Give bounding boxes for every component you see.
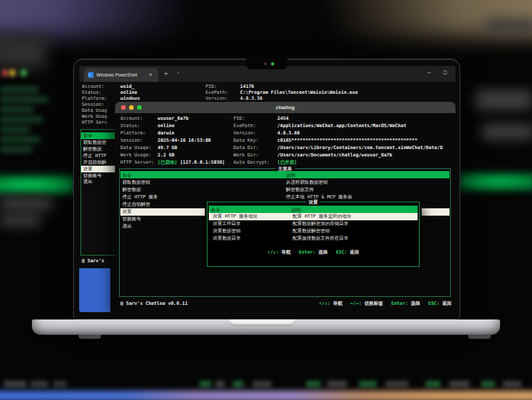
- status-badge: [已开启]: [277, 159, 452, 166]
- bg-blur-block: [0, 197, 52, 210]
- bg-text-fragment: [450, 381, 469, 387]
- bg-text-row: [0, 126, 29, 132]
- bg-text-row: [0, 97, 48, 102]
- app-version-text: @ Sarv's Chatloa v0.0.11: [120, 300, 188, 307]
- bg-text-row: [0, 136, 40, 142]
- status-bar: @ Sarv's Chatloa v0.0.11 ↑/↓: 导航 ←/→: 切换…: [115, 300, 456, 309]
- bg-green-band-left: [0, 176, 76, 194]
- ps-info-row: Version:4.0.3.36: [205, 96, 228, 102]
- settings-dialog: 设置 命令 说明 设置 HTTP 服务地址配置 HTTP 服务监听的地址 设置工…: [207, 202, 420, 267]
- ps-info-row: PID:14176: [205, 84, 217, 90]
- ps-footer-text: @ Sarv's: [82, 258, 104, 264]
- settings-header: 命令 说明: [209, 206, 418, 213]
- bg-text-fragment: [426, 381, 440, 387]
- bg-text-fragment: [53, 381, 66, 387]
- bg-traffic-green: [20, 69, 27, 77]
- powershell-tab[interactable]: >_ Windows PowerShell ×: [84, 68, 158, 82]
- ps-info-row: Data Usag: [82, 108, 107, 114]
- menu-item[interactable]: 停止 HTTP 服务停止本地 HTTP & MCP 服务器: [120, 194, 450, 201]
- bg-text-fragment: [215, 381, 225, 387]
- info-row: Platform:darwin Version:4.0.3.80: [120, 130, 146, 136]
- bg-traffic-red: [1, 69, 9, 77]
- ps-blue-block: [79, 268, 110, 312]
- camera-indicator-light: [271, 63, 274, 65]
- laptop-lid-notch: [228, 319, 296, 326]
- ps-info-row: Status:online: [82, 90, 102, 96]
- laptop-foot: [468, 335, 491, 339]
- ps-info-row: ExePath:C:\Program Files\Tencent\Weixin\…: [205, 90, 228, 96]
- camera-notch: [246, 59, 287, 69]
- info-row: Account:wxuser_8a7b PID:2454: [120, 115, 143, 122]
- info-row: Work Usage:2.2 GB Work Dir:/Users/sarv/D…: [120, 152, 151, 158]
- bg-text-fragment: [306, 381, 321, 387]
- tab-dropdown-icon[interactable]: ˅: [177, 71, 180, 76]
- bg-text-fragment: [233, 381, 243, 387]
- maximize-icon[interactable]: □: [444, 69, 447, 75]
- powershell-icon: >_: [88, 72, 94, 78]
- settings-dialog-title: 设置: [306, 199, 321, 206]
- bg-text-row: [0, 87, 39, 93]
- chatlog-window: chatlog Account:wxuser_8a7b PID:2454 Sta…: [115, 102, 456, 312]
- laptop-foot: [78, 335, 101, 339]
- bg-text-fragment: [481, 381, 495, 387]
- ps-info-row: Work Usag: [82, 114, 107, 120]
- window-title: chatlog: [115, 104, 456, 110]
- bg-text-fragment: [503, 381, 521, 387]
- bg-blurred-window: [0, 35, 47, 68]
- bg-text-fragment: [359, 381, 376, 387]
- menu-item[interactable]: 解密数据解密数据文件: [120, 186, 450, 194]
- screen-display: >_ Windows PowerShell × + ˅ — □ Account:…: [79, 66, 456, 312]
- info-row: Data Usage:49.7 GB Data Dir:/Users/sarv/…: [120, 144, 151, 151]
- bg-gradient-purple: [0, 0, 246, 37]
- bg-text-fragment: [327, 381, 347, 387]
- bg-blur-block: [485, 19, 532, 33]
- menu-item[interactable]: 设置工作目录配置数据解密后的存储目录: [209, 220, 418, 228]
- bg-text-row: [0, 116, 43, 122]
- chatlog-titlebar[interactable]: chatlog: [115, 102, 456, 113]
- laptop-screen: >_ Windows PowerShell × + ˅ — □ Account:…: [73, 59, 460, 319]
- info-row-http: HTTP Server: [已启动] [127.0.0.1:5030] Auto…: [120, 159, 154, 166]
- camera-icon: [264, 63, 267, 65]
- menu-item[interactable]: 获取数据密钥从进程获取数据密钥: [120, 179, 450, 186]
- bg-traffic-yellow: [9, 69, 16, 77]
- bg-text-fragment: [200, 381, 211, 387]
- status-help-bar: ↑/↓: 导航 ←/→: 切换标签 Enter: 选择 ESC: 返回: [319, 300, 452, 307]
- bg-text-fragment: [253, 381, 271, 387]
- status-badge: [已启动]: [158, 160, 177, 165]
- dialog-help-bar: ↑/↓: 导航 Enter: 选择 ESC: 返回: [207, 249, 419, 256]
- bg-text-fragment: [31, 381, 48, 387]
- powershell-tab-title: Windows PowerShell: [96, 73, 137, 77]
- bg-blur-block: [0, 214, 40, 226]
- bg-green-band-right: [458, 173, 532, 190]
- minimize-icon[interactable]: —: [428, 70, 431, 76]
- tab-close-icon[interactable]: ×: [149, 72, 152, 78]
- bg-text-row: [0, 106, 33, 112]
- bg-blur-block: [482, 124, 532, 140]
- ps-info-row: Platform:windows: [82, 96, 107, 102]
- info-row: Status:online ExePath:/Applications/WeCh…: [120, 122, 140, 129]
- menu-item[interactable]: 设置数据目录配置微信数据文件所在目录: [209, 235, 418, 242]
- bg-text-fragment: [4, 381, 27, 387]
- bg-blur-block: [475, 90, 532, 110]
- bg-text-fragment: [386, 381, 408, 387]
- main-menu-header: 命令 说明: [120, 171, 450, 178]
- ps-info-row: Session:: [82, 102, 104, 108]
- info-row: Session:2025-04-16 16:53:00 Data Key:c01…: [120, 137, 143, 144]
- ps-info-row: HTTP Serv: [82, 120, 107, 126]
- menu-item[interactable]: 设置数据密钥配置数据解密密钥: [209, 228, 418, 235]
- new-tab-icon[interactable]: +: [164, 70, 168, 77]
- bg-gradient-tan: [286, 0, 532, 37]
- bg-text-row: [0, 146, 32, 152]
- bg-dock-gradient: [0, 391, 532, 400]
- ps-info-row: Account:wxid_: [82, 84, 104, 90]
- laptop-base: [32, 319, 500, 335]
- menu-item-selected[interactable]: 设置 HTTP 服务地址配置 HTTP 服务监听的地址: [209, 213, 418, 220]
